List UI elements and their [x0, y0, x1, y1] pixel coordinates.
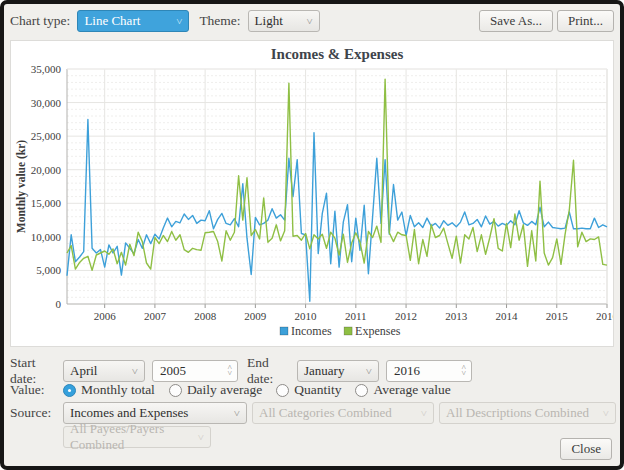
- end-month-select[interactable]: January ˅: [297, 360, 379, 382]
- svg-text:2014: 2014: [496, 310, 519, 322]
- chart-type-value: Line Chart: [84, 13, 140, 29]
- svg-text:2012: 2012: [395, 310, 417, 322]
- chart-type-label: Chart type:: [10, 13, 70, 29]
- value-label: Value:: [10, 382, 63, 398]
- svg-text:2011: 2011: [345, 310, 367, 322]
- svg-text:0: 0: [56, 298, 62, 310]
- chevron-down-icon: ˅: [176, 16, 182, 27]
- save-as-button[interactable]: Save As...: [479, 10, 553, 32]
- svg-text:10,000: 10,000: [31, 231, 62, 243]
- payees-row: All Payees/Payers Combined ˅: [10, 426, 211, 448]
- svg-text:2006: 2006: [94, 310, 117, 322]
- radio-icon: [169, 384, 182, 397]
- report-dialog: Chart type: Line Chart ˅ Theme: Light ˅ …: [0, 0, 624, 470]
- chart-type-select[interactable]: Line Chart ˅: [77, 10, 189, 32]
- chevron-down-icon: ˅: [306, 16, 312, 27]
- radio-quantity[interactable]: Quantity: [276, 382, 341, 398]
- close-button[interactable]: Close: [560, 438, 612, 460]
- svg-text:2008: 2008: [194, 310, 217, 322]
- spinner-arrows-icon[interactable]: ˄˅: [461, 365, 466, 377]
- svg-text:2015: 2015: [546, 310, 569, 322]
- categories-select: All Categories Combined ˅: [252, 402, 434, 424]
- svg-text:Incomes & Expenses: Incomes & Expenses: [271, 46, 404, 62]
- chevron-down-icon: ˅: [132, 366, 138, 377]
- radio-monthly-total[interactable]: Monthly total: [63, 382, 155, 398]
- svg-text:Incomes: Incomes: [291, 324, 332, 338]
- svg-text:5,000: 5,000: [36, 264, 61, 276]
- theme-value: Light: [255, 13, 283, 29]
- svg-text:Expenses: Expenses: [355, 324, 401, 338]
- svg-text:2007: 2007: [144, 310, 167, 322]
- source-label: Source:: [10, 405, 63, 421]
- start-month-select[interactable]: April ˅: [63, 360, 145, 382]
- radio-daily-average[interactable]: Daily average: [169, 382, 262, 398]
- svg-text:2013: 2013: [445, 310, 468, 322]
- radio-icon: [355, 384, 368, 397]
- end-year-spinner[interactable]: 2016 ˄˅: [386, 360, 472, 382]
- chevron-down-icon: ˅: [366, 366, 372, 377]
- value-row: Value: Monthly total Daily average Quant…: [10, 382, 465, 398]
- payees-select: All Payees/Payers Combined ˅: [63, 426, 211, 448]
- theme-select[interactable]: Light ˅: [248, 10, 320, 32]
- descriptions-select: All Descriptions Combined ˅: [439, 402, 616, 424]
- toolbar: Chart type: Line Chart ˅ Theme: Light ˅ …: [10, 8, 614, 34]
- svg-text:15,000: 15,000: [31, 197, 62, 209]
- svg-text:30,000: 30,000: [31, 97, 62, 109]
- svg-text:25,000: 25,000: [31, 130, 62, 142]
- svg-text:2016: 2016: [596, 310, 613, 322]
- svg-text:35,000: 35,000: [31, 63, 62, 75]
- start-year-spinner[interactable]: 2005 ˄˅: [152, 360, 238, 382]
- radio-icon: [276, 384, 289, 397]
- chevron-down-icon: ˅: [603, 408, 609, 419]
- chart-panel: 2006200720082009201020112012201320142015…: [10, 40, 614, 347]
- svg-text:Monthly value (kr): Monthly value (kr): [15, 140, 28, 233]
- svg-text:20,000: 20,000: [31, 164, 62, 176]
- chevron-down-icon: ˅: [421, 408, 427, 419]
- spinner-arrows-icon[interactable]: ˄˅: [227, 365, 232, 377]
- radio-average-value[interactable]: Average value: [355, 382, 450, 398]
- chevron-down-icon: ˅: [198, 432, 204, 443]
- svg-text:2009: 2009: [244, 310, 267, 322]
- chevron-down-icon: ˅: [234, 408, 240, 419]
- svg-text:2010: 2010: [295, 310, 318, 322]
- radio-icon: [63, 384, 76, 397]
- theme-label: Theme:: [199, 13, 240, 29]
- line-chart: 2006200720082009201020112012201320142015…: [11, 41, 613, 346]
- print-button[interactable]: Print...: [557, 10, 614, 32]
